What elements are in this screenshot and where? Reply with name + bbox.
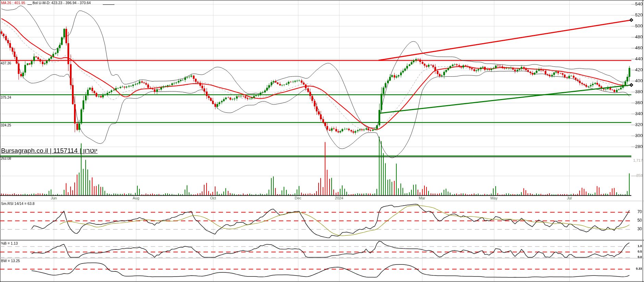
- percent-b-level-label-0.0: 0.0: [637, 255, 642, 259]
- ma26-legend: MA 26 : 401.95: [1, 1, 25, 5]
- support-value-label-2: 324.25: [1, 123, 11, 127]
- price-axis-tick-340: 340: [635, 111, 643, 116]
- month-label-Aug: Aug: [133, 196, 139, 200]
- price-axis-tick-440: 440: [635, 56, 643, 61]
- month-label-May: May: [491, 196, 498, 200]
- month-label-Oct: Oct: [210, 196, 216, 200]
- bollinger-legend: Bol U-M-D: 423.23 - 396.94 - 370.64: [33, 1, 91, 5]
- month-label-Jun: Jun: [51, 196, 57, 200]
- price-axis-tick-380: 380: [635, 89, 643, 94]
- bandwidth-panel-label: BW = 13.25: [1, 259, 20, 263]
- month-label-2024: 2024: [335, 196, 343, 200]
- chart-canvas: [0, 0, 644, 282]
- price-axis-tick-360: 360: [635, 100, 643, 105]
- price-axis-tick-300: 300: [635, 133, 643, 138]
- price-axis-tick-280: 280: [635, 144, 643, 149]
- month-label-Dec: Dec: [295, 196, 301, 200]
- volume-scale-label-high: 1,717: [633, 158, 643, 162]
- watermark-link[interactable]: Bursagraph.co.il | 1157114 | יוטרון: [1, 147, 98, 155]
- month-label-Jul: Jul: [567, 196, 572, 200]
- price-axis-tick-460: 460: [635, 45, 643, 50]
- price-axis-tick-320: 320: [635, 122, 643, 127]
- price-axis-tick-420: 420: [635, 67, 643, 72]
- price-axis-tick-500: 500: [635, 23, 643, 28]
- price-axis-tick-480: 480: [635, 34, 643, 39]
- resistance-value-label: 437.36: [1, 61, 11, 65]
- percent-b-level-label-0.5: 0.5: [637, 250, 642, 253]
- rsi-level-label-70: 70: [637, 209, 642, 214]
- support-value-label-1: 375.24: [1, 96, 11, 99]
- rsi-level-label-50: 50: [637, 218, 642, 223]
- percent-b-level-label-1.0: 1.0: [637, 244, 642, 248]
- support-value-label-3: 263.08: [1, 157, 11, 160]
- price-axis-tick-540: 540: [635, 1, 643, 7]
- stock-chart: MA 26 : 401.95 Bol U-M-D: 423.23 - 396.9…: [0, 0, 644, 282]
- rsi-panel-label: Sm.RSI 14/14 = 63.8: [1, 201, 35, 206]
- price-axis-tick-520: 520: [635, 12, 643, 17]
- price-axis-tick-400: 400: [635, 78, 643, 83]
- bandwidth-level-label-0.33: 0.33: [636, 267, 642, 270]
- volume-scale-label-mid: 858: [636, 173, 643, 177]
- rsi-level-label-30: 30: [637, 226, 642, 231]
- percent-b-panel-label: %B = 1.13: [1, 241, 18, 245]
- month-label-Mar: Mar: [419, 196, 425, 200]
